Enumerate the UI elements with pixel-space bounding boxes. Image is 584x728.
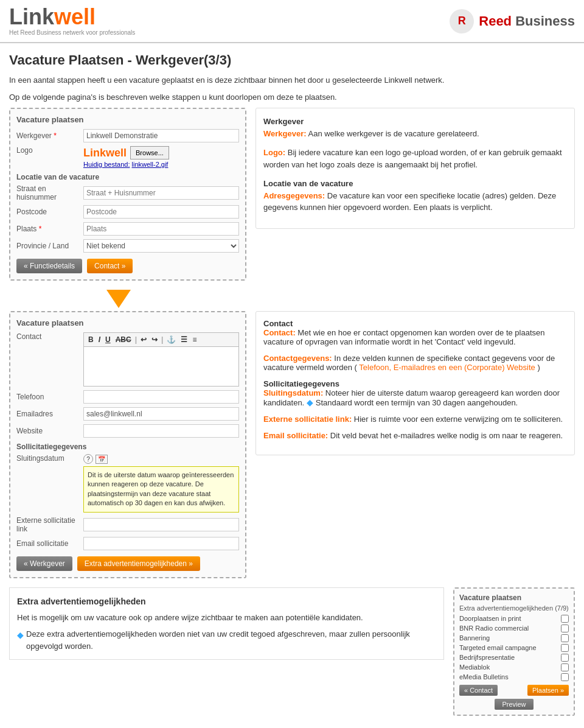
postcode-input[interactable]	[83, 205, 239, 219]
logo-current: Huidig bestand: linkwell-2.gif	[83, 161, 169, 168]
rte-list1-btn[interactable]: ☰	[179, 335, 189, 345]
plaats-input[interactable]	[83, 222, 239, 236]
rte-underline-btn[interactable]: U	[104, 335, 112, 345]
street-label: Straat en huisnummer	[16, 184, 83, 201]
werkgever-label: Werkgever *	[16, 131, 83, 140]
telefoon-label: Telefoon	[16, 393, 83, 401]
screenshot-title: Vacature plaatsen	[459, 593, 569, 602]
telefoon-input[interactable]	[83, 390, 239, 404]
website-row: Website	[16, 424, 239, 438]
rte-link-btn[interactable]: ⚓	[165, 335, 177, 345]
email-soll-input[interactable]	[83, 537, 239, 550]
reed-business-text: Reed Business	[479, 13, 575, 29]
rte-sep2: |	[161, 335, 163, 344]
screenshot-actions: « Contact Plaatsen »	[459, 685, 569, 696]
plaatsen-btn-screenshot[interactable]: Plaatsen »	[527, 685, 569, 696]
browse-button[interactable]: Browse...	[130, 146, 169, 159]
province-row: Provincie / Land Niet bekend	[16, 239, 239, 253]
next-button-top[interactable]: Contact »	[87, 259, 133, 273]
rte-redo-btn[interactable]: ↪	[150, 335, 159, 345]
rte-bold-btn[interactable]: B	[87, 335, 95, 345]
header: Linkwell Het Reed Business netwerk voor …	[0, 0, 584, 43]
location-info-title: Locatie van de vacature	[263, 179, 353, 188]
checkbox-row-3: Targeted email campagne	[459, 644, 569, 652]
preview-btn-screenshot[interactable]: Preview	[495, 699, 533, 710]
main-content: Vacature Plaatsen - Werkgever(3/3) In ee…	[0, 43, 584, 725]
logo-link-part: Link	[9, 4, 54, 29]
diamond-icon-2: ◆	[17, 629, 24, 642]
email-soll-info-text: Dit veld bevat het e-mailadres welke nod…	[330, 431, 563, 440]
checkbox-0[interactable]	[561, 615, 569, 623]
externe-row: Externe sollicitatie link	[16, 516, 239, 533]
extra-adv-title: Extra advertentiemogelijkheden	[17, 595, 436, 608]
checkbox-row-1: BNR Radio commercial	[459, 625, 569, 632]
extra-adv-box: Extra advertentiemogelijkheden Het is mo…	[9, 587, 444, 660]
checkbox-row-0: Doorplaatsen in print	[459, 615, 569, 623]
rte-undo-btn[interactable]: ↩	[139, 335, 148, 345]
logo-info-section: Logo: Bij iedere vacature kan een logo g…	[263, 147, 567, 170]
checkbox-label-2: Bannering	[459, 634, 490, 642]
province-label: Provincie / Land	[16, 242, 83, 250]
werkgever-info-title: Werkgever	[263, 117, 304, 126]
checkbox-2[interactable]	[561, 634, 569, 642]
sollicitatie-info-title: Sollicitatiegegevens	[263, 379, 339, 388]
checkbox-1[interactable]	[561, 625, 569, 632]
checkbox-6[interactable]	[561, 673, 569, 681]
externe-info-section: Externe sollicitatie link: Hier is ruimt…	[263, 415, 567, 424]
required-star: *	[54, 131, 57, 140]
website-input[interactable]	[83, 424, 239, 438]
next-button-bottom[interactable]: Extra advertentiemogelijkheden »	[77, 556, 200, 571]
telefoon-row: Telefoon	[16, 390, 239, 404]
screenshot-subtitle: Extra advertentiemogelijkheden (7/9)	[459, 604, 569, 612]
email-soll-row: Email sollicitatie	[16, 537, 239, 550]
externe-input[interactable]	[83, 518, 239, 531]
logo-info-title: Logo:	[263, 148, 285, 157]
extra-adv-text1: Het is mogelijk om uw vacature ook op an…	[17, 612, 436, 624]
info-bottom-panel: Contact Contact: Met wie en hoe er conta…	[255, 311, 575, 578]
logo-display: Linkwell Browse... Huidig bestand: linkw…	[83, 146, 169, 168]
checkbox-label-3: Targeted email campagne	[459, 644, 537, 651]
street-input[interactable]	[83, 186, 239, 200]
email-soll-info-subtitle: Email sollicitatie:	[263, 431, 328, 440]
checkbox-label-5: Mediablok	[459, 663, 490, 671]
contactgegevens-text2: )	[537, 363, 540, 372]
rte-container: B I U ABC | ↩ ↪ | ⚓ ☰ ≡	[83, 332, 239, 387]
calendar-icon[interactable]: 📅	[96, 455, 108, 464]
sollicitatie-info-section: Sollicitatiegegevens Sluitingsdatum: Not…	[263, 379, 567, 407]
contactgegevens-orange: Telefoon, E-mailadres en een (Corporate)…	[359, 363, 535, 372]
plaats-required-star: *	[39, 225, 42, 233]
logo-well-part: well	[54, 4, 96, 29]
info-top-panel: Werkgever Werkgever: Aan welke werkgever…	[255, 108, 575, 281]
form-top-panel: Vacature plaatsen Werkgever * Logo Linkw…	[9, 108, 246, 281]
checkbox-label-1: BNR Radio commercial	[459, 625, 529, 632]
checkbox-3[interactable]	[561, 644, 569, 652]
rte-area[interactable]	[83, 347, 239, 387]
province-select[interactable]: Niet bekend	[83, 239, 239, 253]
externe-label: Externe sollicitatie link	[16, 516, 83, 533]
intro-text-2: Op de volgende pagina's is beschreven we…	[9, 91, 575, 103]
rte-italic-btn[interactable]: I	[97, 335, 102, 345]
checkbox-5[interactable]	[561, 663, 569, 671]
info-bottom-content: Contact Contact: Met wie en hoe er conta…	[255, 311, 575, 455]
contact-info-title: Contact	[263, 319, 293, 328]
rte-toolbar: B I U ABC | ↩ ↪ | ⚓ ☰ ≡	[83, 332, 239, 347]
werkgever-row: Werkgever *	[16, 129, 239, 142]
arrow-down-icon	[106, 290, 131, 308]
contact-btn-screenshot[interactable]: « Contact	[459, 685, 498, 696]
location-section-label: Locatie van de vacature	[16, 173, 239, 181]
sluitingsdatum-label: Sluitingsdatum	[16, 454, 83, 463]
screenshot-content: Vacature plaatsen Extra advertentiemogel…	[453, 587, 575, 716]
werkgever-input[interactable]	[83, 129, 239, 142]
bottom-content-row: Vacature plaatsen Contact B I U ABC | ↩ …	[9, 311, 575, 578]
emailadres-input[interactable]	[83, 407, 239, 421]
werkgever-info-subtitle: Werkgever:	[263, 129, 307, 138]
help-icon[interactable]: ?	[83, 454, 93, 464]
reed-icon: R	[450, 9, 474, 33]
rte-abc-btn[interactable]: ABC	[114, 335, 133, 345]
prev-button-top[interactable]: « Functiedetails	[16, 259, 82, 273]
contact-label: Contact	[16, 332, 83, 341]
checkbox-4[interactable]	[561, 654, 569, 662]
prev-button-bottom[interactable]: « Werkgever	[16, 556, 72, 571]
rte-list2-btn[interactable]: ≡	[191, 335, 198, 345]
checkbox-row-6: eMedia Bulletins	[459, 673, 569, 681]
